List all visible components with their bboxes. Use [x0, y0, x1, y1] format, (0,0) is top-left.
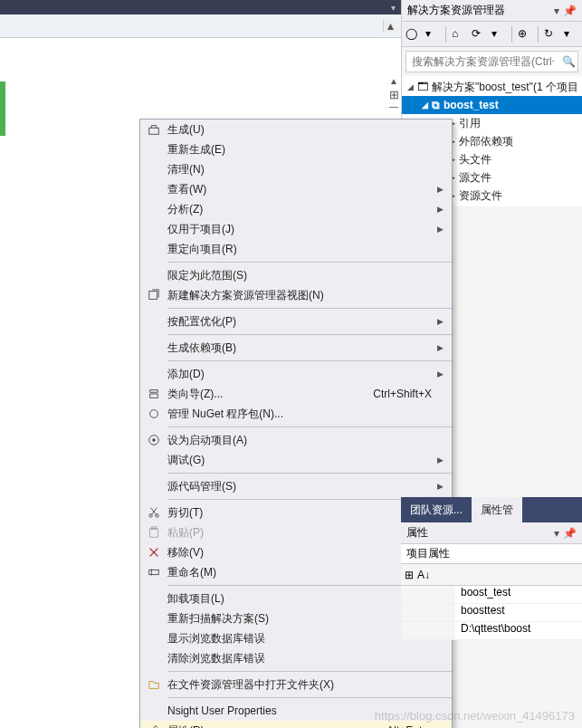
tree-solution-node[interactable]: ◢ 🗔 解决方案"boost_test"(1 个项目 [402, 78, 582, 96]
menu-item[interactable]: 生成依赖项(B)▶ [140, 338, 452, 358]
menu-separator [167, 473, 452, 474]
menu-item[interactable]: 按配置优化(P)▶ [140, 311, 452, 331]
menu-item-label: 调试(G) [167, 453, 437, 468]
rename-icon [140, 566, 167, 579]
scroll-up-icon[interactable]: ▲ [383, 20, 397, 33]
menu-item[interactable]: 限定为此范围(S) [140, 265, 452, 285]
menu-item[interactable]: 设为启动项目(A) [140, 430, 452, 450]
menu-item[interactable]: 源代码管理(S)▶ [140, 476, 452, 496]
submenu-arrow-icon: ▶ [437, 185, 452, 194]
menu-shortcut: Alt+Enter [386, 724, 437, 728]
editor-top-bar: ▾ [0, 0, 401, 14]
submenu-arrow-icon: ▶ [437, 482, 452, 491]
sync-icon[interactable]: ⟳ [472, 27, 486, 42]
svg-rect-7 [150, 529, 158, 538]
sort-icon[interactable]: A↓ [417, 569, 430, 581]
class-icon [140, 388, 167, 400]
menu-item[interactable]: 新建解决方案资源管理器视图(N) [140, 285, 452, 305]
search-input[interactable] [406, 55, 559, 68]
home-icon[interactable]: ⌂ [452, 27, 466, 42]
menu-separator [167, 426, 452, 427]
dropdown-icon[interactable]: ▾ [554, 5, 559, 17]
props-header: 属性 ▾📌 [401, 522, 582, 544]
startup-icon [140, 434, 167, 446]
menu-item[interactable]: 在文件资源管理器中打开文件夹(X) [140, 675, 452, 694]
menu-item-label: 卸载项目(L) [167, 591, 437, 607]
tab-properties[interactable]: 属性管 [472, 497, 522, 522]
submenu-arrow-icon: ▶ [437, 225, 452, 234]
dropdown-icon[interactable]: ▾ [554, 527, 559, 540]
cut-icon [140, 506, 167, 519]
menu-item-label: 在文件资源管理器中打开文件夹(X) [167, 677, 437, 693]
submenu-arrow-icon: ▶ [437, 317, 452, 326]
delete-icon [140, 546, 167, 559]
search-icon[interactable]: 🔍 [559, 55, 577, 68]
menu-item-label: 添加(D) [167, 367, 437, 382]
svg-rect-0 [149, 128, 159, 134]
submenu-arrow-icon: ▶ [437, 455, 452, 465]
menu-item[interactable]: 仅用于项目(J)▶ [140, 219, 452, 239]
expand-icon[interactable]: ⊞ [389, 88, 399, 101]
menu-item[interactable]: 调试(G)▶ [140, 450, 452, 470]
tree-project-node[interactable]: ◢ ⧉ boost_test [402, 96, 582, 114]
prop-row[interactable]: D:\qttest\boost [401, 622, 582, 640]
change-marker [0, 81, 5, 136]
menu-item-label: 重新生成(E) [167, 142, 437, 158]
collapse-icon[interactable]: ▾ [564, 27, 578, 42]
project-icon: ⧉ [432, 99, 440, 111]
menu-item[interactable]: 分析(Z)▶ [140, 199, 452, 219]
menu-item[interactable]: 重定向项目(R) [140, 239, 452, 259]
menu-item-label: 类向导(Z)... [167, 387, 373, 402]
menu-item-label: 重命名(M) [167, 565, 437, 580]
forward-icon[interactable]: ▾ [425, 27, 440, 42]
menu-separator [167, 360, 452, 361]
menu-item[interactable]: 清理(N) [140, 159, 452, 179]
menu-item[interactable]: 管理 NuGet 程序包(N)... [140, 404, 452, 424]
panel-title: 解决方案资源管理器 [407, 3, 505, 18]
menu-item-label: Nsight User Properties [167, 704, 437, 717]
prop-row[interactable]: boost_test [401, 586, 582, 604]
menu-item[interactable]: 重新生成(E) [140, 139, 452, 159]
menu-item-label: 源代码管理(S) [167, 479, 437, 494]
menu-item[interactable]: 类向导(Z)...Ctrl+Shift+X [140, 384, 452, 404]
search-box[interactable]: 🔍 [405, 51, 578, 72]
menu-shortcut: Ctrl+Shift+X [373, 388, 437, 400]
pin-icon[interactable]: 📌 [563, 5, 577, 17]
pin-icon[interactable]: 📌 [563, 527, 577, 540]
prop-row[interactable]: boosttest [401, 604, 582, 622]
refresh-icon[interactable]: ↻ [544, 27, 558, 42]
menu-item[interactable]: 生成(U) [140, 120, 452, 139]
submenu-arrow-icon: ▶ [437, 369, 452, 378]
props-grid: boost_test boosttest D:\qttest\boost [401, 586, 582, 640]
properties-panel: 属性 ▾📌 项目属性 ⊞ A↓ boost_test boosttest D:\… [401, 522, 582, 640]
bottom-tab-strip: 团队资源... 属性管 [401, 497, 582, 522]
menu-item-label: 生成(U) [167, 122, 437, 138]
newview-icon [140, 289, 167, 302]
solution-toolbar: ◯ ▾ ⌂ ⟳ ▾ ⊕ ↻ ▾ [402, 22, 582, 47]
tab-team-explorer[interactable]: 团队资源... [401, 497, 472, 522]
menu-item-label: 粘贴(P) [167, 525, 401, 541]
svg-point-2 [150, 410, 158, 418]
menu-item[interactable]: Nsight User Properties [140, 701, 452, 721]
menu-item-label: 仅用于项目(J) [167, 222, 437, 237]
menu-item[interactable]: 属性(R)Alt+Enter [140, 721, 452, 728]
view-icon[interactable]: ▾ [491, 27, 506, 42]
menu-item-label: 显示浏览数据库错误 [167, 631, 437, 647]
back-icon[interactable]: ◯ [405, 27, 420, 42]
menu-item[interactable]: 添加(D)▶ [140, 364, 452, 384]
folder-icon [140, 678, 167, 691]
menu-separator [167, 262, 452, 263]
dropdown-icon[interactable]: ▾ [391, 3, 396, 13]
panel-header: 解决方案资源管理器 ▾ 📌 [402, 0, 582, 22]
menu-item[interactable]: 查看(W)▶ [140, 179, 452, 199]
paste-icon [140, 526, 167, 539]
menu-item-label: 重新扫描解决方案(S) [167, 611, 437, 627]
menu-item[interactable]: 清除浏览数据库错误 [140, 648, 452, 668]
nav-up-icon[interactable]: ▲ [389, 76, 398, 86]
svg-point-4 [152, 438, 156, 442]
menu-item-label: 分析(Z) [167, 202, 437, 217]
show-all-icon[interactable]: ⊕ [518, 27, 532, 42]
categorize-icon[interactable]: ⊞ [405, 569, 414, 581]
menu-item-label: 重定向项目(R) [167, 242, 437, 257]
split-icon[interactable]: — [389, 101, 398, 111]
